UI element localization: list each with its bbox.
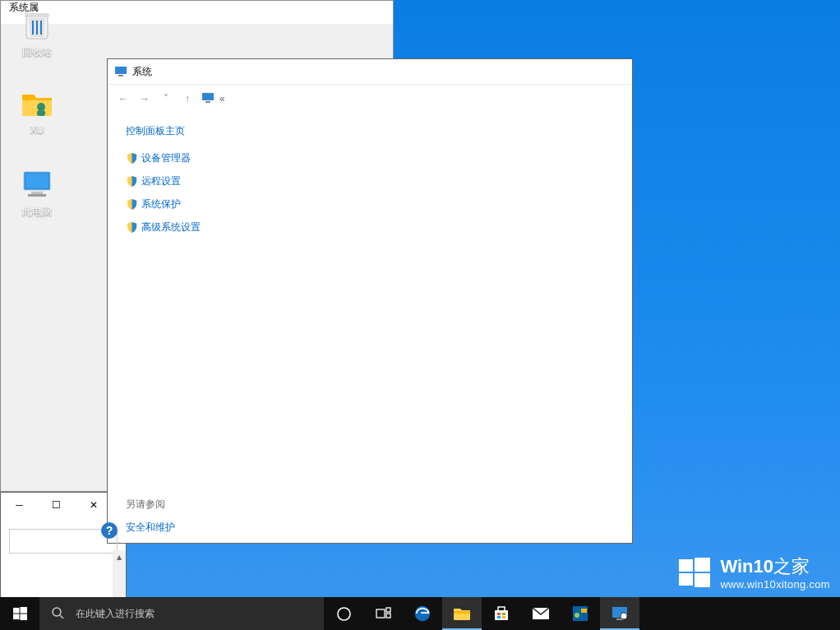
help-icon[interactable]: ? [101, 522, 118, 539]
back-button[interactable]: ← [113, 88, 134, 109]
svg-rect-10 [202, 93, 214, 100]
edge-icon[interactable] [403, 597, 442, 630]
forward-button[interactable]: → [134, 88, 155, 109]
task-view-button[interactable] [363, 597, 403, 630]
svg-point-36 [575, 613, 579, 618]
svg-rect-35 [573, 606, 588, 621]
svg-rect-14 [679, 573, 693, 586]
desktop-icon-label: XU [30, 124, 44, 136]
see-also-label: 另请参阅 [126, 481, 257, 512]
svg-rect-18 [13, 614, 20, 619]
minimize-button[interactable]: ─ [1, 493, 38, 517]
shield-icon [126, 175, 138, 188]
device-manager-link[interactable]: 设备管理器 [126, 151, 257, 165]
cortana-button[interactable] [324, 597, 363, 630]
watermark-title: Win10之家 [720, 558, 830, 576]
svg-rect-11 [205, 101, 210, 103]
svg-rect-9 [118, 75, 123, 76]
svg-rect-27 [454, 611, 470, 614]
svg-rect-19 [20, 614, 27, 620]
taskbar-items [324, 597, 639, 630]
svg-rect-25 [386, 614, 390, 618]
svg-rect-29 [498, 607, 505, 611]
taskbar: 在此键入进行搜索 [0, 597, 840, 630]
sidebar: 控制面板主页 设备管理器 远程设置 系统保护 高级系统设置 另请参阅 安全和维护 [108, 113, 257, 544]
desktop-icon-label: 此电脑 [22, 205, 52, 219]
system-window: 系统 ← → ˅ ↑ « 控制面板主页 设备管理器 远程设置 系统保护 高级系统… [107, 58, 633, 544]
advanced-system-settings-link[interactable]: 高级系统设置 [126, 220, 257, 234]
watermark: Win10之家 www.win10xitong.com [677, 556, 830, 591]
store-icon[interactable] [482, 597, 521, 630]
history-button[interactable]: ˅ [155, 88, 177, 109]
monitor-icon [114, 65, 127, 78]
start-button[interactable] [0, 597, 39, 630]
window-title: 系统 [132, 65, 632, 79]
svg-line-21 [60, 615, 63, 618]
titlebar[interactable]: 系统 [108, 59, 632, 84]
svg-rect-28 [495, 610, 508, 620]
taskbar-search[interactable]: 在此键入进行搜索 [39, 597, 324, 630]
shield-icon [126, 221, 138, 234]
svg-point-40 [621, 613, 627, 619]
desktop-icon-this-pc[interactable]: 此电脑 [7, 166, 67, 219]
search-icon [51, 606, 64, 622]
svg-point-22 [337, 607, 349, 619]
desktop-icon-label: 回收站 [22, 45, 52, 59]
svg-rect-23 [376, 609, 385, 618]
svg-rect-12 [679, 559, 693, 572]
system-protection-link[interactable]: 系统保护 [126, 197, 257, 211]
control-panel-icon[interactable] [600, 597, 639, 630]
svg-rect-6 [31, 192, 43, 194]
recycle-bin-icon [20, 7, 54, 41]
svg-rect-8 [115, 67, 127, 74]
this-pc-icon [20, 166, 54, 201]
svg-rect-37 [581, 609, 587, 613]
svg-point-2 [37, 103, 45, 111]
svg-rect-1 [25, 13, 49, 17]
shield-icon [126, 198, 138, 211]
svg-rect-30 [497, 613, 501, 615]
mail-icon[interactable] [521, 597, 561, 630]
shield-icon [126, 152, 138, 164]
control-panel-home-link[interactable]: 控制面板主页 [126, 124, 257, 138]
explorer-icon[interactable] [442, 597, 482, 630]
svg-rect-15 [695, 573, 710, 587]
search-placeholder: 在此键入进行搜索 [76, 607, 155, 621]
svg-rect-31 [502, 613, 505, 615]
nav-bar: ← → ˅ ↑ « [108, 84, 632, 113]
svg-rect-17 [20, 607, 27, 614]
svg-rect-24 [386, 608, 390, 612]
watermark-url: www.win10xitong.com [720, 579, 830, 590]
security-maintenance-link[interactable]: 安全和维护 [126, 521, 257, 535]
address-overflow: « [219, 93, 225, 104]
address-icon [201, 91, 216, 107]
remote-settings-link[interactable]: 远程设置 [126, 174, 257, 188]
desktop-icon-recycle-bin[interactable]: 回收站 [7, 7, 67, 59]
svg-point-20 [53, 608, 61, 616]
folder-icon [20, 86, 54, 120]
svg-rect-16 [13, 607, 20, 613]
up-button[interactable]: ↑ [177, 88, 198, 109]
svg-rect-5 [25, 174, 48, 188]
svg-rect-3 [37, 110, 45, 116]
app-icon[interactable] [561, 597, 600, 630]
maximize-button[interactable]: ☐ [38, 493, 75, 517]
svg-rect-33 [502, 616, 505, 618]
windows-logo-icon [677, 556, 712, 591]
svg-rect-32 [497, 616, 501, 618]
desktop-icon-folder-xu[interactable]: XU [7, 86, 67, 136]
svg-rect-7 [28, 194, 46, 197]
svg-rect-13 [695, 558, 710, 572]
